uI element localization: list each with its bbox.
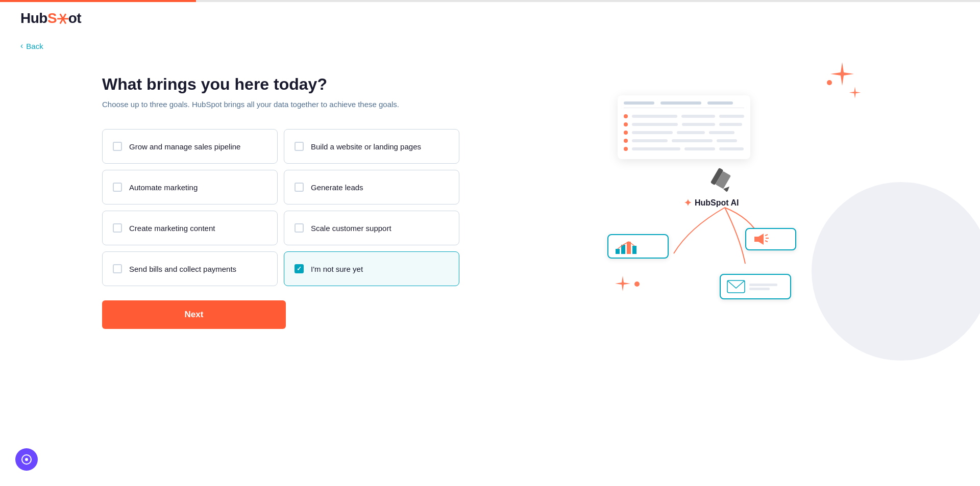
table-line-1a	[632, 115, 677, 118]
table-dot-1	[624, 114, 628, 118]
main-content: What brings you here today? Choose up to…	[0, 55, 980, 361]
table-line-2b	[682, 123, 715, 126]
table-line-1b	[681, 115, 716, 118]
table-header-line-1	[624, 101, 654, 105]
checkbox-grow-sales	[113, 142, 122, 151]
table-row-2	[624, 120, 744, 129]
table-header-line-2	[660, 101, 701, 105]
sparkle-top-small	[847, 85, 863, 100]
email-line-2	[749, 288, 770, 290]
table-line-3a	[632, 131, 673, 134]
header: HubS⚹ot	[0, 0, 980, 37]
table-line-5b	[684, 147, 715, 150]
options-grid: Grow and manage sales pipeline Build a w…	[102, 129, 459, 286]
chat-icon[interactable]	[15, 448, 38, 471]
mini-card-email	[720, 274, 791, 299]
back-label: Back	[26, 42, 43, 50]
page-subtitle: Choose up to three goals. HubSpot brings…	[102, 100, 459, 109]
table-line-5a	[632, 147, 680, 150]
email-lines	[749, 284, 777, 290]
option-label-scale-support: Scale customer support	[311, 223, 391, 234]
option-label-automate-marketing: Automate marketing	[129, 182, 198, 193]
table-dot-2	[624, 122, 628, 126]
option-not-sure[interactable]: I'm not sure yet	[284, 251, 459, 286]
checkbox-create-content	[113, 223, 122, 233]
option-label-not-sure: I'm not sure yet	[311, 264, 363, 274]
chat-icon-svg	[21, 454, 32, 465]
table-line-3b	[677, 131, 705, 134]
logo-text: HubS⚹ot	[20, 10, 81, 27]
option-label-generate-leads: Generate leads	[311, 182, 363, 193]
illustration: ✦ HubSpot AI	[607, 85, 812, 340]
option-grow-sales[interactable]: Grow and manage sales pipeline	[102, 129, 278, 164]
option-send-bills[interactable]: Send bills and collect payments	[102, 251, 278, 286]
table-card	[618, 95, 750, 159]
table-header	[624, 101, 744, 108]
option-label-grow-sales: Grow and manage sales pipeline	[129, 141, 240, 152]
option-generate-leads[interactable]: Generate leads	[284, 170, 459, 204]
table-line-2a	[632, 123, 678, 126]
progress-bar	[0, 0, 980, 2]
mini-card-megaphone	[745, 228, 796, 250]
table-line-1c	[719, 115, 744, 118]
table-line-4c	[717, 139, 737, 142]
megaphone-svg	[752, 232, 771, 247]
option-scale-support[interactable]: Scale customer support	[284, 211, 459, 245]
back-link[interactable]: ‹ Back	[0, 37, 64, 55]
checkbox-not-sure	[295, 264, 304, 273]
next-button[interactable]: Next	[102, 300, 286, 329]
option-label-send-bills: Send bills and collect payments	[129, 264, 236, 274]
right-section: ✦ HubSpot AI	[459, 75, 960, 340]
ai-label: ✦ HubSpot AI	[684, 197, 739, 209]
option-create-content[interactable]: Create marketing content	[102, 211, 278, 245]
email-svg	[727, 280, 745, 293]
table-line-2c	[719, 123, 742, 126]
table-line-4a	[632, 139, 668, 142]
sparkle-dot-top	[827, 80, 832, 85]
table-header-line-3	[707, 101, 733, 105]
checkbox-send-bills	[113, 264, 122, 273]
table-dot-4	[624, 139, 628, 143]
checkbox-build-website	[295, 142, 304, 151]
bg-circle	[812, 182, 980, 361]
mini-card-chart	[607, 234, 669, 259]
svg-rect-3	[616, 249, 620, 254]
svg-rect-6	[632, 246, 636, 254]
sparkle-dot-bottom	[634, 282, 640, 287]
table-line-3c	[709, 131, 734, 134]
checkbox-generate-leads	[295, 183, 304, 192]
checkbox-scale-support	[295, 223, 304, 233]
left-section: What brings you here today? Choose up to…	[102, 75, 459, 340]
progress-bar-fill	[0, 0, 196, 2]
table-line-4b	[672, 139, 713, 142]
page-title: What brings you here today?	[102, 75, 459, 94]
sparkle-bottom	[612, 274, 633, 294]
ai-label-text: HubSpot AI	[695, 198, 739, 208]
table-row-5	[624, 145, 744, 153]
email-line-1	[749, 284, 777, 286]
svg-rect-5	[627, 242, 631, 254]
svg-point-13	[25, 458, 28, 461]
ai-sparkle-icon: ✦	[684, 197, 692, 209]
logo: HubS⚹ot	[20, 10, 81, 27]
option-label-create-content: Create marketing content	[129, 223, 215, 234]
svg-line-10	[765, 241, 768, 242]
svg-marker-7	[754, 234, 764, 245]
back-arrow-icon: ‹	[20, 41, 23, 50]
option-build-website[interactable]: Build a website or landing pages	[284, 129, 459, 164]
table-dot-3	[624, 131, 628, 135]
option-automate-marketing[interactable]: Automate marketing	[102, 170, 278, 204]
option-label-build-website: Build a website or landing pages	[311, 141, 421, 152]
svg-line-8	[765, 235, 768, 236]
table-dot-5	[624, 147, 628, 151]
checkbox-automate-marketing	[113, 183, 122, 192]
table-line-5c	[719, 147, 744, 150]
table-row-4	[624, 137, 744, 145]
chart-svg	[615, 239, 640, 254]
logo-spot: S⚹	[47, 10, 68, 26]
table-row-1	[624, 112, 744, 120]
table-row-3	[624, 129, 744, 137]
